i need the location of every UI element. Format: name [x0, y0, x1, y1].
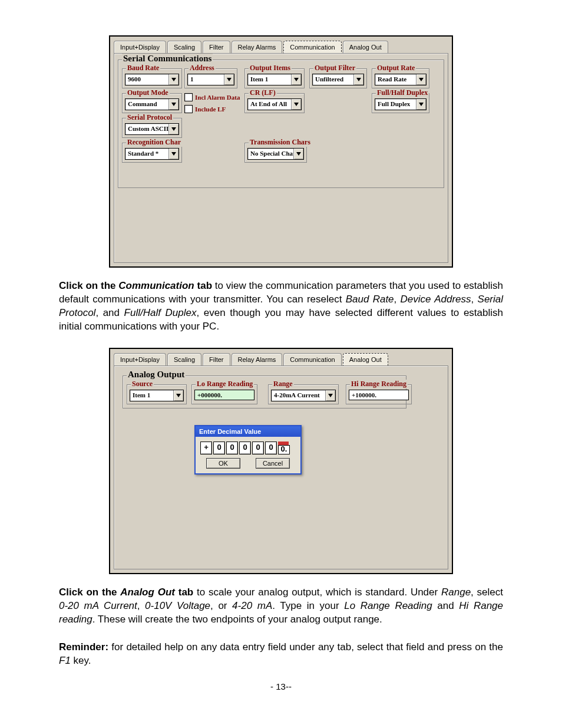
p2-rest3: . Type in your — [272, 600, 344, 611]
output-items-select[interactable]: Item 1 — [247, 74, 302, 85]
legend-source: Source — [131, 380, 154, 388]
legend-range: Range — [272, 380, 294, 388]
tab-communication[interactable]: Communication — [283, 41, 341, 54]
p1-lead-ital: Communication — [118, 280, 194, 291]
tab-bar-1: Input+Display Scaling Filter Relay Alarm… — [110, 37, 452, 53]
output-mode-select[interactable]: Command — [125, 98, 179, 110]
digit-5[interactable]: 0 — [265, 442, 277, 454]
lo-range-input[interactable]: +000000. — [194, 390, 254, 400]
tab-input-display[interactable]: Input+Display — [114, 41, 166, 53]
address-select[interactable]: 1 — [187, 74, 234, 85]
group-baud-rate: Baud Rate 9600 — [122, 68, 182, 88]
range-select[interactable]: 4-20mA Current — [271, 390, 336, 401]
p1-lead: Click on the — [59, 280, 118, 291]
group-serial-communications: Serial Communications Baud Rate 9600 Add… — [118, 60, 444, 188]
svg-marker-7 — [419, 103, 424, 106]
legend-address: Address — [189, 64, 216, 73]
p2-i3: 0-10V Voltage — [145, 600, 210, 611]
p1-c2: , — [471, 294, 478, 305]
output-filter-select[interactable]: Unfiltered — [312, 74, 364, 85]
chevron-down-icon — [416, 74, 426, 85]
chevron-down-icon — [293, 149, 303, 159]
tab-scaling[interactable]: Scaling — [167, 41, 201, 53]
chevron-down-icon — [416, 99, 426, 110]
source-select[interactable]: Item 1 — [130, 390, 184, 401]
cr-lf-select[interactable]: At End of All — [247, 98, 302, 110]
include-lf-checkbox[interactable]: Include LF — [184, 105, 241, 113]
legend-output-items: Output Items — [249, 64, 292, 73]
p2-rest2: , select — [471, 587, 503, 598]
incl-alarm-data-label: Incl Alarm Data — [195, 94, 240, 101]
full-half-duplex-value: Full Duplex — [375, 99, 416, 110]
digit-1[interactable]: 0 — [213, 442, 225, 454]
cancel-button[interactable]: Cancel — [256, 458, 290, 469]
digit-row: + 0 0 0 0 0 0. — [196, 437, 300, 458]
group-output-rate: Output Rate Read Rate — [372, 68, 429, 88]
group-output-mode: Output Mode Command — [122, 93, 182, 113]
output-rate-value: Read Rate — [375, 74, 416, 85]
legend-cr-lf: CR (LF) — [249, 88, 277, 97]
group-recognition-char: Recognition Char Standard * — [122, 143, 182, 163]
transmission-chars-select[interactable]: No Special Char — [247, 148, 304, 160]
digit-2[interactable]: 0 — [226, 442, 238, 454]
legend-full-half-duplex: Full/Half Duplex — [376, 88, 429, 97]
tab-filter[interactable]: Filter — [203, 353, 230, 365]
svg-marker-6 — [294, 103, 299, 106]
group-hi-range: Hi Range Reading +100000. — [346, 384, 412, 404]
digit-4[interactable]: 0 — [252, 442, 264, 454]
tab-analog-out[interactable]: Analog Out — [343, 353, 388, 366]
include-lf-label: Include LF — [195, 106, 226, 113]
p3-rest1: for detailed help on any data entry fiel… — [108, 641, 503, 653]
p3-i1: F1 — [59, 655, 71, 666]
tab-scaling[interactable]: Scaling — [167, 353, 201, 365]
ok-button[interactable]: OK — [206, 458, 240, 469]
svg-marker-9 — [171, 152, 176, 156]
p1-lead2: tab — [194, 280, 212, 291]
paragraph-communication: Click on the Communication tab to view t… — [59, 279, 503, 334]
svg-marker-0 — [171, 78, 176, 81]
legend-output-mode: Output Mode — [126, 88, 170, 97]
tab-filter[interactable]: Filter — [203, 41, 230, 53]
checkbox-icon — [184, 93, 193, 101]
digit-6[interactable]: 0. — [278, 445, 290, 454]
serial-protocol-select[interactable]: Custom ASCII — [125, 123, 179, 135]
legend-recognition-char: Recognition Char — [126, 138, 182, 147]
full-half-duplex-select[interactable]: Full Duplex — [375, 98, 427, 110]
chevron-down-icon — [291, 74, 301, 85]
address-value: 1 — [188, 74, 224, 85]
digit-sign[interactable]: + — [200, 442, 212, 454]
p2-lead-ital: Analog Out — [120, 587, 175, 598]
p2-c2: , or — [210, 600, 232, 611]
svg-marker-5 — [171, 103, 176, 106]
p1-i1: Baud Rate — [346, 294, 394, 305]
svg-marker-11 — [176, 394, 181, 397]
recognition-char-select[interactable]: Standard * — [125, 148, 179, 160]
analog-out-panel-body: Analog Output Source Item 1 Lo Range Rea… — [114, 365, 448, 569]
checkbox-icon — [184, 105, 193, 113]
group-address: Address 1 — [184, 68, 237, 88]
tab-relay-alarms[interactable]: Relay Alarms — [232, 353, 283, 365]
source-value: Item 1 — [130, 390, 173, 401]
incl-alarm-data-checkbox[interactable]: Incl Alarm Data — [184, 93, 241, 101]
digit-3[interactable]: 0 — [239, 442, 251, 454]
svg-marker-1 — [227, 78, 232, 81]
chevron-down-icon — [291, 99, 301, 110]
tab-relay-alarms[interactable]: Relay Alarms — [232, 41, 283, 53]
chevron-down-icon — [353, 74, 363, 85]
tab-communication[interactable]: Communication — [283, 353, 341, 365]
tab-analog-out[interactable]: Analog Out — [343, 41, 388, 53]
legend-output-rate: Output Rate — [376, 64, 416, 73]
hi-range-input[interactable]: +100000. — [349, 390, 409, 400]
output-items-value: Item 1 — [248, 74, 291, 85]
p2-i4: 4-20 mA — [232, 600, 272, 611]
tab-input-display[interactable]: Input+Display — [114, 353, 166, 365]
baud-rate-select[interactable]: 9600 — [125, 74, 179, 85]
communication-panel: Input+Display Scaling Filter Relay Alarm… — [109, 35, 453, 268]
output-rate-select[interactable]: Read Rate — [375, 74, 427, 85]
p1-i4: Full/Half Duplex — [124, 307, 197, 318]
paragraph-reminder: Reminder: for detailed help on any data … — [59, 641, 503, 668]
p2-i2: 0-20 mA Current — [59, 600, 137, 611]
legend-analog-output: Analog Output — [127, 370, 186, 380]
chevron-down-icon — [168, 74, 178, 85]
enter-decimal-value-dialog: Enter Decimal Value + 0 0 0 0 0 0. OK Ca… — [194, 425, 302, 475]
